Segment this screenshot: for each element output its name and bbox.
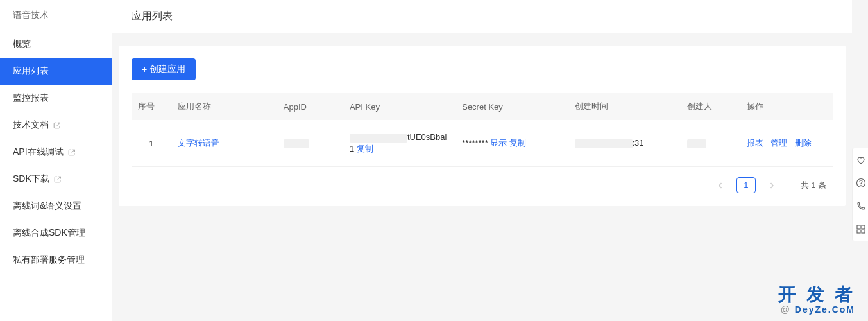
redacted-creator bbox=[687, 139, 706, 148]
apikey-copy-link[interactable]: 复制 bbox=[357, 144, 373, 153]
phone-icon bbox=[856, 201, 866, 211]
watermark-main-text: 开 发 者 bbox=[778, 282, 855, 307]
secret-masked: ******** bbox=[462, 138, 488, 148]
app-name-link[interactable]: 文字转语音 bbox=[178, 138, 219, 148]
th-creator: 创建人 bbox=[681, 93, 740, 120]
secret-show-link[interactable]: 显示 bbox=[490, 138, 507, 148]
sidebar-item-api-debug[interactable]: API在线调试 bbox=[0, 139, 112, 166]
plus-icon: + bbox=[142, 64, 147, 74]
table-row: 1 文字转语音 tUE0sBbal1 复制 ******** bbox=[132, 120, 833, 167]
pagination: 1 共 1 条 bbox=[132, 177, 833, 193]
main-content: 应用列表 + 创建应用 序号 应用名称 AppID API Key Secret… bbox=[112, 0, 852, 321]
page-title: 应用列表 bbox=[112, 0, 852, 33]
sidebar-item-label: 概览 bbox=[13, 39, 31, 50]
sidebar-item-label: SDK下载 bbox=[13, 173, 49, 185]
sidebar-item-label: 应用列表 bbox=[13, 65, 49, 77]
page-prev-button[interactable] bbox=[712, 178, 729, 193]
action-report-link[interactable]: 报表 bbox=[747, 138, 763, 148]
th-appid: AppID bbox=[277, 93, 343, 120]
secret-copy-link[interactable]: 复制 bbox=[509, 138, 526, 148]
sidebar-item-label: 技术文档 bbox=[13, 119, 49, 131]
sidebar-item-label: API在线调试 bbox=[13, 146, 64, 158]
chevron-left-icon bbox=[717, 182, 724, 189]
cell-time: :31 bbox=[568, 120, 681, 167]
float-grid-button[interactable] bbox=[853, 218, 868, 241]
svg-rect-3 bbox=[862, 225, 865, 229]
th-seq: 序号 bbox=[132, 93, 171, 120]
sidebar-item-sdk-download[interactable]: SDK下载 bbox=[0, 166, 112, 193]
sidebar-item-label: 离线词&语义设置 bbox=[13, 200, 81, 212]
watermark: 开 发 者 @ DeyZe.CoM bbox=[778, 282, 855, 315]
sidebar: 语音技术 概览 应用列表 监控报表 技术文档 API在线调试 SDK下载 离线词… bbox=[0, 0, 112, 321]
float-help-button[interactable] bbox=[853, 171, 868, 195]
sidebar-item-label: 离线合成SDK管理 bbox=[13, 227, 85, 239]
svg-rect-2 bbox=[857, 225, 860, 229]
time-suffix: :31 bbox=[633, 138, 644, 148]
table-header-row: 序号 应用名称 AppID API Key Secret Key 创建时间 创建… bbox=[132, 93, 833, 120]
cell-secret: ******** 显示 复制 bbox=[455, 120, 568, 167]
cell-name: 文字转语音 bbox=[171, 120, 277, 167]
question-icon bbox=[856, 178, 866, 188]
cell-action: 报表 管理 删除 bbox=[740, 120, 833, 167]
sidebar-item-overview[interactable]: 概览 bbox=[0, 31, 112, 58]
external-link-icon bbox=[67, 148, 76, 157]
float-toolbar bbox=[852, 148, 868, 241]
th-name: 应用名称 bbox=[171, 93, 277, 120]
sidebar-item-offline-semantic[interactable]: 离线词&语义设置 bbox=[0, 193, 112, 220]
th-secret: Secret Key bbox=[455, 93, 568, 120]
svg-rect-5 bbox=[862, 230, 865, 233]
sidebar-item-tech-docs[interactable]: 技术文档 bbox=[0, 112, 112, 139]
sidebar-item-offline-sdk[interactable]: 离线合成SDK管理 bbox=[0, 220, 112, 247]
float-favorite-button[interactable] bbox=[853, 148, 868, 171]
chevron-right-icon bbox=[769, 182, 775, 189]
content-card: + 创建应用 序号 应用名称 AppID API Key Secret Key … bbox=[119, 46, 846, 206]
redacted-appid bbox=[284, 139, 309, 148]
redacted-time-prefix bbox=[575, 139, 633, 148]
cell-appid bbox=[277, 120, 343, 167]
sidebar-header: 语音技术 bbox=[0, 0, 112, 31]
watermark-sub-text: @ DeyZe.CoM bbox=[778, 304, 855, 315]
cell-seq: 1 bbox=[132, 120, 171, 167]
create-app-button[interactable]: + 创建应用 bbox=[132, 58, 196, 80]
action-manage-link[interactable]: 管理 bbox=[770, 138, 787, 148]
svg-rect-4 bbox=[857, 230, 860, 233]
external-link-icon bbox=[53, 121, 62, 130]
external-link-icon bbox=[53, 175, 62, 184]
cell-creator bbox=[681, 120, 740, 167]
th-apikey: API Key bbox=[343, 93, 455, 120]
float-contact-button[interactable] bbox=[853, 195, 868, 218]
heart-icon bbox=[856, 155, 866, 165]
grid-icon bbox=[856, 224, 866, 234]
sidebar-item-private-deploy[interactable]: 私有部署服务管理 bbox=[0, 247, 112, 273]
page-next-button[interactable] bbox=[763, 178, 780, 193]
sidebar-item-app-list[interactable]: 应用列表 bbox=[0, 58, 112, 85]
cell-apikey: tUE0sBbal1 复制 bbox=[343, 120, 455, 167]
page-number-current[interactable]: 1 bbox=[736, 177, 755, 193]
action-delete-link[interactable]: 删除 bbox=[795, 138, 812, 148]
app-table: 序号 应用名称 AppID API Key Secret Key 创建时间 创建… bbox=[132, 93, 833, 167]
sidebar-item-label: 私有部署服务管理 bbox=[13, 254, 85, 266]
th-time: 创建时间 bbox=[568, 93, 681, 120]
page-total-text: 共 1 条 bbox=[801, 180, 826, 191]
sidebar-item-label: 监控报表 bbox=[13, 92, 49, 104]
th-action: 操作 bbox=[740, 93, 833, 120]
redacted-apikey-prefix bbox=[350, 134, 407, 143]
create-button-label: 创建应用 bbox=[149, 64, 185, 75]
sidebar-item-monitor-report[interactable]: 监控报表 bbox=[0, 85, 112, 112]
svg-point-1 bbox=[860, 185, 861, 186]
